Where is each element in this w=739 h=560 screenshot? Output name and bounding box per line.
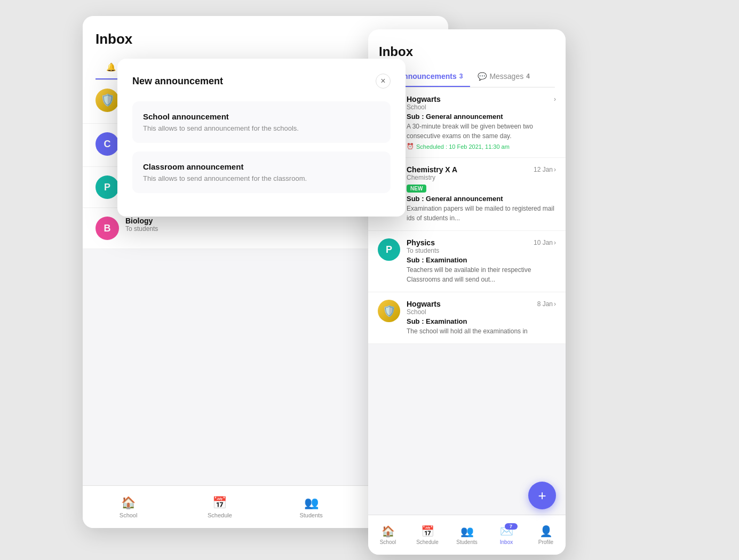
front-bottom-nav: 🏠 School 📅 Schedule 👥 Students ✉️ Inbox …	[368, 515, 566, 555]
item-subject: Sub : General announcement	[407, 195, 556, 203]
calendar-icon: 📅	[212, 496, 227, 510]
front-tab-messages-label: Messages	[489, 72, 523, 81]
front-nav-inbox-label: Inbox	[500, 539, 513, 545]
chevron-right-icon: ›	[554, 300, 556, 308]
inbox-icon: ✉️	[500, 525, 513, 537]
item-body: Examination papers will be mailed to reg…	[407, 204, 556, 223]
avatar: P	[96, 175, 119, 199]
classroom-announcement-desc: This allows to send announcement for the…	[143, 174, 380, 182]
inbox-icon-wrapper: ✉️	[500, 525, 513, 538]
fab-add-button[interactable]: +	[528, 482, 556, 509]
bg-nav-schedule-label: Schedule	[208, 512, 232, 518]
bg-nav-school[interactable]: 🏠 School	[83, 486, 174, 528]
front-item-content: Hogwarts 8 Jan › School Sub : Examinatio…	[407, 300, 556, 336]
bell-icon: 🔔	[106, 62, 116, 72]
front-nav-profile-label: Profile	[538, 539, 553, 545]
chevron-right-icon: ›	[554, 239, 556, 246]
new-badge: NEW	[407, 185, 426, 193]
item-body: The school will hold all the examination…	[407, 326, 556, 336]
item-body: Teachers will be available in their resp…	[407, 265, 556, 284]
front-nav-schedule[interactable]: 📅 Schedule	[408, 515, 447, 555]
bg-nav-schedule[interactable]: 📅 Schedule	[174, 486, 265, 528]
bg-nav-school-label: School	[120, 512, 138, 518]
front-announcements-badge: 3	[459, 73, 463, 80]
date-value: 8 Jan	[537, 300, 553, 308]
bg-nav-students[interactable]: 👥 Students	[266, 486, 357, 528]
clock-icon: ⏰	[407, 143, 414, 150]
avatar: B	[96, 217, 119, 240]
front-tab-messages[interactable]: 💬 Messages 4	[470, 67, 537, 87]
item-date: 12 Jan ›	[534, 166, 556, 173]
school-announcement-desc: This allows to send announcement for the…	[143, 124, 380, 132]
list-item[interactable]: 🛡️ Hogwarts 8 Jan › School Sub : Examina…	[368, 292, 566, 344]
front-nav-students[interactable]: 👥 Students	[447, 515, 487, 555]
classroom-announcement-title: Classroom announcement	[143, 162, 380, 171]
avatar: P	[378, 238, 400, 261]
home-icon: 🏠	[121, 496, 136, 510]
item-subject: Sub : Examination	[407, 256, 556, 264]
modal-header: New announcement ×	[132, 74, 391, 89]
avatar: C	[96, 132, 119, 156]
item-subject: Sub : General announcement	[407, 113, 556, 121]
scheduled-value: Scheduled : 10 Feb 2021, 11:30 am	[416, 143, 510, 150]
item-date: 8 Jan ›	[537, 300, 556, 308]
front-nav-inbox[interactable]: ✉️ Inbox	[487, 515, 526, 555]
front-nav-profile[interactable]: 👤 Profile	[526, 515, 566, 555]
front-messages-badge: 4	[526, 73, 530, 80]
modal-close-button[interactable]: ×	[376, 74, 391, 89]
avatar: 🛡️	[378, 300, 400, 322]
front-item-content: Physics 10 Jan › To students Sub : Exami…	[407, 238, 556, 284]
sender-name: Physics	[407, 238, 435, 247]
classroom-announcement-option[interactable]: Classroom announcement This allows to se…	[132, 151, 391, 193]
bg-nav-students-label: Students	[299, 512, 322, 518]
date-value: 10 Jan	[534, 239, 553, 246]
students-icon: 👥	[304, 496, 319, 510]
sender-category: To students	[407, 247, 556, 254]
scheduled-text: ⏰ Scheduled : 10 Feb 2021, 11:30 am	[407, 143, 556, 150]
sender-category: School	[407, 103, 556, 111]
date-value: 12 Jan	[534, 166, 553, 173]
students-icon: 👥	[460, 525, 474, 538]
calendar-icon: 📅	[421, 525, 434, 538]
sender-category: School	[407, 308, 556, 316]
front-nav-schedule-label: Schedule	[416, 539, 439, 545]
sender-category: Chemistry	[407, 174, 556, 181]
profile-icon: 👤	[539, 525, 553, 538]
front-title: Inbox	[379, 44, 555, 59]
new-announcement-modal: New announcement × School announcement T…	[117, 59, 406, 217]
chevron-right-icon: ›	[554, 95, 556, 103]
item-subject: Sub : Examination	[407, 317, 556, 325]
front-item-content: Hogwarts › School Sub : General announce…	[407, 95, 556, 150]
school-announcement-option[interactable]: School announcement This allows to send …	[132, 101, 391, 143]
school-announcement-title: School announcement	[143, 112, 380, 121]
chat-icon: 💬	[478, 72, 487, 81]
sender-name: Chemistry X A	[407, 165, 457, 174]
front-item-content: Chemistry X A 12 Jan › Chemistry NEW Sub…	[407, 165, 556, 223]
front-nav-students-label: Students	[456, 539, 477, 545]
front-tab-announcements-label: Announcements	[398, 72, 457, 81]
item-date: 10 Jan ›	[534, 239, 556, 246]
front-nav-school[interactable]: 🏠 School	[368, 515, 408, 555]
front-nav-school-label: School	[380, 539, 396, 545]
avatar: 🛡️	[96, 89, 119, 112]
modal-title: New announcement	[132, 76, 223, 87]
sender-name: Hogwarts	[407, 95, 441, 103]
home-icon: 🏠	[382, 525, 395, 538]
chevron-right-icon: ›	[554, 166, 556, 173]
sender-name: Hogwarts	[407, 300, 441, 308]
list-item[interactable]: P Physics 10 Jan › To students Sub : Exa…	[368, 231, 566, 292]
item-body: A 30-minute break will be given between …	[407, 122, 556, 141]
